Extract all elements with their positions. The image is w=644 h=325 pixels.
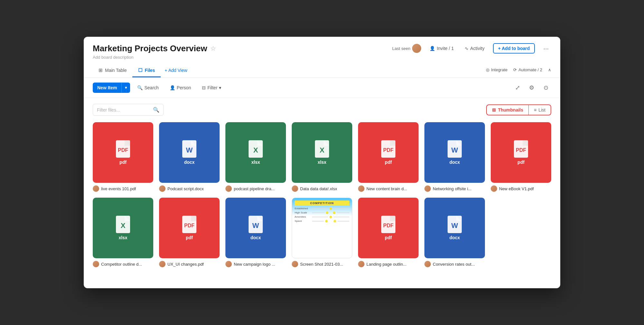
header-actions: Last seen 👤 Invite / 1 ∿ Activity + Add … xyxy=(392,43,551,54)
last-seen-label: Last seen xyxy=(392,46,410,51)
file-card[interactable]: W docx Podcast script.docx xyxy=(159,122,220,192)
file-thumbnail: X xlsx xyxy=(93,198,153,258)
file-card[interactable]: PDF pdf UX_UI changes.pdf xyxy=(159,198,220,267)
search-label: Search xyxy=(144,85,158,90)
svg-rect-15 xyxy=(523,140,528,146)
svg-text:W: W xyxy=(252,222,259,230)
file-owner-avatar xyxy=(424,185,431,192)
file-card[interactable]: W docx New campaign logo ... xyxy=(225,198,286,267)
settings-button[interactable]: ⚙ xyxy=(526,82,537,93)
table-icon: ⊞ xyxy=(99,67,103,73)
file-card[interactable]: PDF pdf New eBook V1.pdf xyxy=(491,122,551,192)
file-card[interactable]: W docx Conversion rates out... xyxy=(424,198,485,267)
files-toolbar: 🔍 ⊞ Thumbnails ≡ List xyxy=(93,104,551,116)
file-card[interactable]: PDF pdf New content brain d... xyxy=(358,122,419,192)
file-type-label: docx xyxy=(450,160,460,165)
file-meta: Data data data!.xlsx xyxy=(292,185,352,192)
file-meta: Podcast script.docx xyxy=(159,185,220,192)
file-card[interactable]: PDF pdf live events 101.pdf xyxy=(93,122,153,192)
filter-files-field[interactable] xyxy=(97,107,150,113)
files-grid: PDF pdf live events 101.pdf W docx xyxy=(93,122,551,267)
file-name: Data data data!.xlsx xyxy=(300,186,337,191)
integrate-button[interactable]: ◎ Integrate xyxy=(486,67,507,72)
file-card[interactable]: PDF pdf Landing page outlin... xyxy=(358,198,419,267)
screenshot-row: Amenities xyxy=(295,215,349,218)
invite-button[interactable]: 👤 Invite / 1 xyxy=(427,44,456,52)
options-button[interactable]: ⊙ xyxy=(540,82,551,93)
thumbnails-label: Thumbnails xyxy=(498,107,523,113)
collapse-button[interactable]: ∧ xyxy=(548,67,551,72)
file-thumbnail: PDF pdf xyxy=(93,122,153,183)
file-name: Conversion rates out... xyxy=(433,262,475,267)
activity-button[interactable]: ∿ Activity xyxy=(462,44,487,52)
tabs-right: ◎ Integrate ⟳ Automate / 2 ∧ xyxy=(486,67,551,74)
file-meta: Competitor outline d... xyxy=(93,261,153,267)
integrate-icon: ◎ xyxy=(486,67,489,72)
more-options-button[interactable]: ··· xyxy=(541,44,551,54)
file-card[interactable]: X xlsx Competitor outline d... xyxy=(93,198,153,267)
avatar xyxy=(412,44,421,53)
new-item-label[interactable]: New Item xyxy=(93,83,121,93)
automate-button[interactable]: ⟳ Automate / 2 xyxy=(513,67,542,72)
file-card[interactable]: COMPETITION Established High Scale xyxy=(292,198,352,267)
file-type-label: xlsx xyxy=(118,235,127,240)
file-thumbnail: W docx xyxy=(424,198,485,258)
title-area: Marketing Projects Overview ☆ xyxy=(93,44,216,54)
filter-search-icon: 🔍 xyxy=(153,107,159,113)
file-thumbnail: W docx xyxy=(424,122,485,183)
tab-files[interactable]: ☐ Files xyxy=(132,64,161,77)
filter-button[interactable]: ⊟ Filter ▾ xyxy=(198,83,225,93)
tabs: ⊞ Main Table ☐ Files + Add View xyxy=(93,64,191,77)
filter-label: Filter xyxy=(207,85,217,90)
thumbnails-view-button[interactable]: ⊞ Thumbnails xyxy=(487,105,528,115)
file-card[interactable]: X xlsx podcast pipeline dra... xyxy=(225,122,286,192)
file-card[interactable]: X xlsx Data data data!.xlsx xyxy=(292,122,352,192)
search-icon: 🔍 xyxy=(137,85,143,90)
screenshot-row: Established xyxy=(295,207,349,210)
tab-add-view[interactable]: + Add View xyxy=(161,64,191,77)
new-item-button[interactable]: New Item ▾ xyxy=(93,83,130,93)
file-owner-avatar xyxy=(358,185,365,192)
svg-rect-25 xyxy=(390,216,395,221)
file-owner-avatar xyxy=(225,261,232,267)
tab-main-table[interactable]: ⊞ Main Table xyxy=(93,64,132,77)
screenshot-banner: COMPETITION xyxy=(295,201,349,206)
file-thumbnail: PDF pdf xyxy=(358,122,419,183)
add-view-label: + Add View xyxy=(165,68,187,73)
file-thumbnail: PDF pdf xyxy=(358,198,419,258)
page-title: Marketing Projects Overview xyxy=(93,44,207,54)
file-type-icon: W xyxy=(448,140,462,158)
file-type-label: xlsx xyxy=(317,160,326,165)
new-item-dropdown-arrow[interactable]: ▾ xyxy=(121,83,130,93)
file-thumbnail: PDF pdf xyxy=(491,122,551,183)
search-button[interactable]: 🔍 Search xyxy=(133,83,162,93)
svg-rect-20 xyxy=(191,216,196,221)
list-view-button[interactable]: ≡ List xyxy=(529,105,551,115)
view-toggle: ⊞ Thumbnails ≡ List xyxy=(486,104,551,115)
file-name: Screen Shot 2021-03... xyxy=(300,262,343,267)
avatar-image xyxy=(412,44,421,53)
file-card[interactable]: W docx Networking offsite i... xyxy=(424,122,485,192)
file-owner-avatar xyxy=(292,261,298,267)
expand-icon: ⤢ xyxy=(515,84,520,91)
tab-files-label: Files xyxy=(145,68,155,73)
svg-text:X: X xyxy=(121,222,126,230)
file-type-icon: X xyxy=(116,216,130,233)
file-owner-avatar xyxy=(93,185,99,192)
file-name: New content brain d... xyxy=(366,186,407,191)
expand-button[interactable]: ⤢ xyxy=(512,82,523,93)
add-to-board-button[interactable]: + Add to board xyxy=(493,43,535,54)
file-name: New eBook V1.pdf xyxy=(499,186,534,191)
filter-arrow-icon: ▾ xyxy=(219,85,221,90)
filter-files-input[interactable]: 🔍 xyxy=(93,104,164,116)
person-icon: 👤 xyxy=(430,46,435,51)
file-meta: New content brain d... xyxy=(358,185,419,192)
svg-text:W: W xyxy=(186,146,193,154)
star-icon[interactable]: ☆ xyxy=(210,44,216,52)
file-meta: Networking offsite i... xyxy=(424,185,485,192)
file-name: Podcast script.docx xyxy=(167,186,204,191)
file-type-label: pdf xyxy=(385,235,392,240)
tab-main-table-label: Main Table xyxy=(105,68,127,73)
person-filter-button[interactable]: 👤 Person xyxy=(166,83,195,93)
file-type-icon: PDF xyxy=(182,216,196,233)
